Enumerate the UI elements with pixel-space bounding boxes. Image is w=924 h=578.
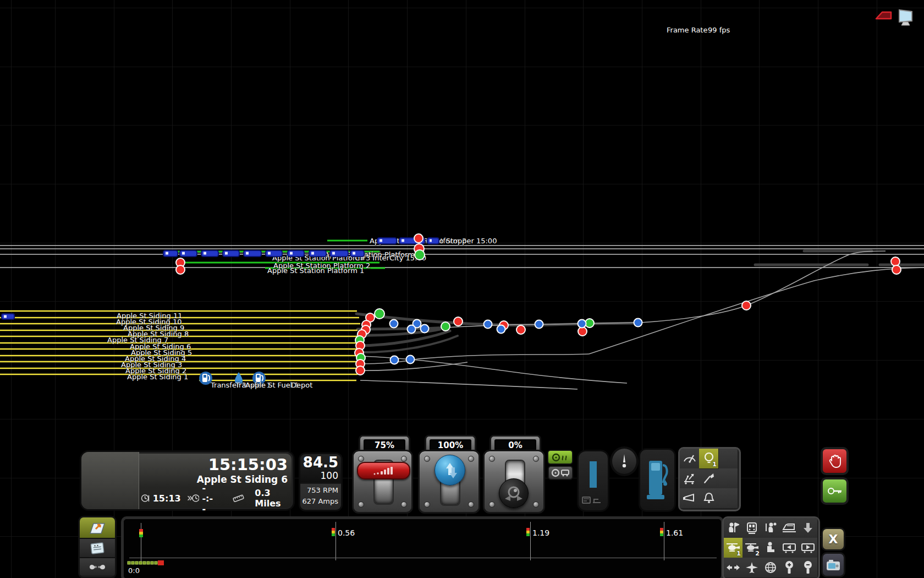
marker-distance-label: 1.19 — [532, 528, 549, 537]
brake-lever-panel[interactable] — [483, 450, 545, 514]
brake-handle[interactable] — [499, 478, 529, 508]
seated-person-icon — [765, 541, 776, 554]
zoom-in-map-button[interactable] — [780, 558, 799, 578]
empty-cell — [718, 468, 738, 489]
passenger-camera-button[interactable] — [761, 538, 780, 558]
close-button[interactable]: X — [821, 527, 845, 551]
speedometer-panel: 84.5 100 753 RPM 627 Amps — [299, 452, 343, 511]
coupling-button[interactable] — [80, 558, 115, 575]
train-info-panel: 15:15:03 Apple St Siding 6 15:13 --:-- — [80, 450, 295, 511]
throttle-bars-icon — [358, 463, 409, 478]
shovel-icon — [702, 472, 716, 485]
depart-clock-icon — [141, 492, 150, 504]
emergency-stop-button[interactable] — [821, 447, 849, 475]
wipers-button[interactable] — [680, 449, 700, 469]
train-side-icon — [782, 522, 796, 534]
driver-portrait-slot[interactable] — [81, 452, 139, 509]
brake-pipe-gauge — [577, 450, 609, 512]
consist-siding[interactable] — [2, 314, 14, 319]
stoker-button[interactable] — [699, 468, 719, 489]
schedule-row: 15:13 --:-- 0.3 Miles — [141, 492, 289, 505]
direction-lever-panel[interactable] — [418, 450, 480, 514]
pin-plus-icon — [784, 560, 794, 575]
horn-button[interactable] — [680, 488, 700, 509]
consist-icons — [582, 495, 603, 506]
brake-knob-icon — [499, 479, 528, 508]
lineside-camera-button[interactable] — [761, 518, 780, 538]
roaming-camera-button[interactable] — [724, 558, 743, 578]
train-front-icon — [745, 521, 758, 535]
helicopter1-camera-button[interactable]: 1 — [724, 538, 743, 558]
camera-view-grid: 1 2 — [722, 516, 820, 578]
brake-value-tab: 0% — [490, 435, 541, 451]
speed-limit: 100 — [321, 470, 338, 481]
marker-distance-label: 1.61 — [666, 528, 683, 537]
chase-camera-button[interactable] — [780, 518, 799, 538]
headlight-button[interactable]: 1 — [699, 449, 719, 469]
route-map-icon — [88, 520, 107, 536]
throttle-value-tab: 75% — [359, 435, 410, 451]
fuel-pump-icon — [645, 456, 670, 504]
timeline-track-line — [129, 558, 717, 558]
throttle-percent: 75% — [364, 439, 405, 451]
stop-hand-icon — [828, 454, 842, 469]
globe-view-button[interactable] — [761, 558, 780, 578]
fly-camera-button[interactable] — [743, 558, 762, 578]
current-speed: 84.5 — [303, 454, 338, 471]
trains-layer — [0, 0, 924, 418]
wheel-steam-icon — [551, 453, 570, 462]
timeline-origin-label: 0:0 — [128, 566, 140, 575]
alert-button[interactable] — [610, 446, 639, 476]
drive-mode-manual-button[interactable] — [548, 466, 573, 480]
wheel-train-icon — [551, 468, 570, 477]
notepad-icon — [89, 541, 106, 555]
route-timeline-panel[interactable]: 0.56 1.19 1.61 0:0 — [121, 516, 724, 578]
pin-minus-icon — [803, 560, 813, 575]
brake-percent: 0% — [494, 439, 536, 451]
engine-amps: 627 Amps — [302, 497, 338, 505]
headlight-state-badge: 1 — [712, 461, 717, 468]
throttle-handle[interactable] — [357, 462, 410, 479]
vehicle-right-icon — [801, 542, 815, 554]
pantograph-icon — [683, 472, 697, 485]
direction-arrows-icon — [435, 455, 465, 485]
cab-camera-button[interactable] — [743, 518, 762, 538]
engine-section: 753 RPM 627 Amps — [300, 484, 341, 510]
direction-handle[interactable] — [435, 455, 465, 486]
zoom-out-map-button[interactable] — [799, 558, 818, 578]
trackside-camera-button[interactable] — [724, 518, 743, 538]
free-roam-icon — [726, 561, 740, 574]
wiper-icon — [683, 452, 696, 465]
drive-mode-auto-button[interactable] — [547, 450, 573, 465]
bell-icon — [703, 492, 715, 505]
signals-over-train[interactable] — [414, 234, 425, 260]
current-position-signal — [139, 529, 143, 537]
messages-button[interactable] — [80, 539, 115, 558]
speed-section: 84.5 100 — [300, 454, 341, 483]
screenshot-button[interactable] — [821, 552, 845, 577]
fuel-panel[interactable] — [639, 448, 676, 512]
airplane-icon — [745, 561, 759, 574]
coupler-icon — [87, 561, 107, 573]
down-arrow-icon — [803, 522, 813, 534]
start-session-button[interactable] — [821, 477, 849, 505]
pantograph-button[interactable] — [680, 468, 700, 489]
next-vehicle-button[interactable] — [799, 538, 818, 558]
view-down-button[interactable] — [799, 518, 818, 538]
throttle-lever-panel[interactable] — [352, 450, 413, 514]
map-view-button[interactable] — [80, 517, 115, 539]
loco-function-grid: 1 — [678, 447, 741, 511]
helicopter2-badge: 2 — [755, 550, 760, 557]
empty-cell — [718, 488, 738, 509]
direction-value-tab: 100% — [425, 435, 476, 451]
bell-button[interactable] — [699, 488, 719, 509]
helicopter2-camera-button[interactable]: 2 — [743, 538, 762, 558]
gauge-bar — [590, 461, 597, 488]
depart-time: 15:13 — [153, 493, 181, 504]
globe-icon — [764, 561, 777, 574]
prev-vehicle-button[interactable] — [780, 538, 799, 558]
arrive-clock-icon — [187, 492, 200, 504]
marker-distance-label: 0.56 — [338, 528, 355, 537]
horn-icon — [683, 493, 697, 504]
person-flag-icon — [727, 521, 739, 535]
